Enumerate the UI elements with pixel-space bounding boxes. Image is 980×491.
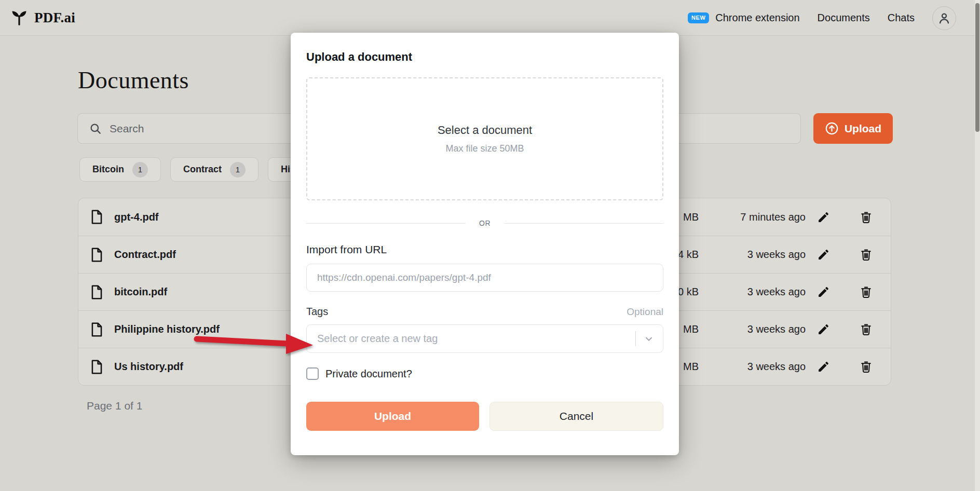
tag-select-input[interactable]: Select or create a new tag — [306, 324, 663, 353]
nav-documents-label: Documents — [818, 12, 870, 24]
filter-chip-count: 1 — [132, 162, 148, 178]
dropzone-label: Select a document — [438, 124, 532, 137]
trash-icon — [860, 248, 873, 261]
nav-chrome-extension-label: Chrome extension — [715, 12, 799, 24]
import-url-placeholder: https://cdn.openai.com/papers/gpt-4.pdf — [317, 272, 491, 283]
document-modified: 3 weeks ago — [699, 361, 806, 373]
file-icon — [90, 359, 105, 375]
modal-title: Upload a document — [306, 50, 663, 64]
file-icon — [90, 284, 105, 300]
document-modified: 3 weeks ago — [699, 249, 806, 261]
file-icon — [90, 247, 105, 263]
file-icon — [90, 322, 105, 337]
document-name: bitcoin.pdf — [114, 286, 167, 298]
or-divider-label: OR — [479, 219, 491, 227]
search-icon — [89, 122, 102, 135]
private-document-option[interactable]: Private document? — [306, 367, 663, 380]
new-badge: NEW — [688, 12, 709, 23]
private-document-checkbox[interactable] — [306, 367, 319, 380]
page-scrollbar[interactable] — [975, 0, 980, 491]
document-modified: 3 weeks ago — [699, 286, 806, 298]
upload-button[interactable]: Upload — [813, 113, 893, 144]
pencil-icon — [817, 248, 830, 261]
tag-select-placeholder: Select or create a new tag — [317, 333, 438, 345]
edit-button[interactable] — [806, 360, 841, 373]
logo-text: PDF.ai — [34, 10, 75, 26]
filter-chip-label: Contract — [183, 164, 222, 175]
upload-arrow-icon — [825, 121, 839, 135]
pencil-icon — [817, 360, 830, 373]
nav-chats-label: Chats — [888, 12, 915, 24]
tags-label: Tags — [306, 306, 328, 318]
private-document-label: Private document? — [325, 368, 412, 380]
upload-document-modal: Upload a document Select a document Max … — [291, 33, 679, 455]
page-title: Documents — [78, 66, 189, 94]
top-nav: NEW Chrome extension Documents Chats — [688, 0, 956, 36]
document-name: Contract.pdf — [114, 249, 176, 261]
import-url-input[interactable]: https://cdn.openai.com/papers/gpt-4.pdf — [306, 264, 663, 292]
account-button[interactable] — [932, 6, 956, 30]
modal-actions: Upload Cancel — [306, 402, 663, 431]
user-icon — [937, 11, 951, 25]
app-window: PDF.ai NEW Chrome extension Documents Ch… — [0, 0, 980, 491]
pencil-icon — [817, 211, 830, 224]
nav-chats[interactable]: Chats — [888, 12, 915, 24]
modal-upload-button[interactable]: Upload — [306, 402, 479, 431]
delete-button[interactable] — [841, 248, 891, 261]
file-dropzone[interactable]: Select a document Max file size 50MB — [306, 77, 663, 200]
divider-line-left — [306, 223, 466, 224]
select-divider — [635, 331, 636, 346]
logo[interactable]: PDF.ai — [10, 9, 75, 26]
nav-chrome-extension[interactable]: NEW Chrome extension — [688, 12, 799, 24]
filter-chip-label: Bitcoin — [92, 164, 124, 175]
delete-button[interactable] — [841, 360, 891, 373]
pencil-icon — [817, 323, 830, 336]
document-modified: 7 minutes ago — [699, 211, 806, 223]
pagination-status: Page 1 of 1 — [87, 400, 142, 412]
search-placeholder: Search — [110, 122, 144, 135]
trash-icon — [860, 360, 873, 373]
document-name: Us history.pdf — [114, 361, 183, 373]
edit-button[interactable] — [806, 285, 841, 298]
delete-button[interactable] — [841, 323, 891, 336]
tag-filter-chip[interactable]: Bitcoin 1 — [79, 157, 161, 182]
tags-header: Tags Optional — [306, 306, 663, 318]
file-icon — [90, 209, 105, 225]
document-name: gpt-4.pdf — [114, 211, 159, 223]
edit-button[interactable] — [806, 211, 841, 224]
document-modified: 3 weeks ago — [699, 323, 806, 335]
dropzone-hint: Max file size 50MB — [445, 143, 524, 154]
or-divider: OR — [306, 219, 663, 227]
sprout-logo-icon — [10, 9, 28, 26]
chevron-down-icon[interactable] — [643, 333, 655, 345]
pencil-icon — [817, 285, 830, 298]
document-name: Philippine history.pdf — [114, 323, 220, 335]
import-url-label: Import from URL — [306, 243, 663, 256]
edit-button[interactable] — [806, 323, 841, 336]
scrollbar-thumb[interactable] — [975, 3, 979, 132]
nav-documents[interactable]: Documents — [818, 12, 870, 24]
top-header: PDF.ai NEW Chrome extension Documents Ch… — [0, 0, 980, 36]
upload-button-label: Upload — [845, 122, 881, 135]
trash-icon — [860, 285, 873, 298]
delete-button[interactable] — [841, 285, 891, 298]
edit-button[interactable] — [806, 248, 841, 261]
modal-cancel-button[interactable]: Cancel — [489, 402, 663, 431]
trash-icon — [860, 211, 873, 224]
divider-line-right — [504, 223, 663, 224]
trash-icon — [860, 323, 873, 336]
filter-chip-count: 1 — [230, 162, 246, 178]
delete-button[interactable] — [841, 211, 891, 224]
tags-optional-hint: Optional — [627, 306, 663, 318]
tag-filter-chip[interactable]: Contract 1 — [170, 157, 258, 182]
